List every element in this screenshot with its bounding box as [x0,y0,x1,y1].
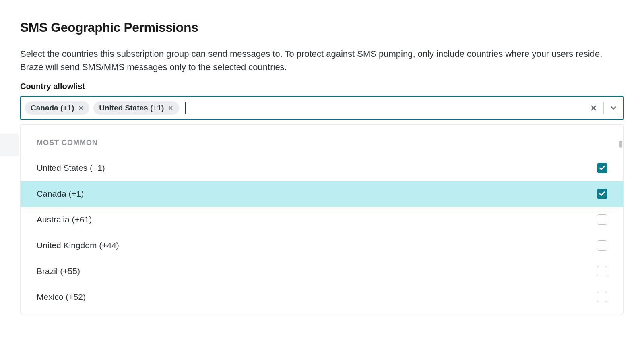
selected-chips-container: Canada (+1) United States (+1) [25,101,590,115]
page-title: SMS Geographic Permissions [20,20,624,35]
option-label: Mexico (+52) [37,292,86,302]
option-united-kingdom[interactable]: United Kingdom (+44) [21,233,623,258]
dropdown-group-header: MOST COMMON [21,135,623,155]
option-label: Brazil (+55) [37,266,80,276]
checkbox-checked-icon[interactable] [597,163,607,173]
text-cursor [185,102,186,114]
description-text: Select the countries this subscription g… [20,47,624,74]
checkbox-unchecked-icon[interactable] [597,266,607,276]
checkbox-unchecked-icon[interactable] [597,240,607,251]
action-divider [603,102,604,114]
country-dropdown: MOST COMMON United States (+1) Canada (+… [20,124,624,314]
chevron-down-icon[interactable] [609,104,619,112]
chip-label: Canada (+1) [31,104,74,112]
option-label: United States (+1) [37,163,105,173]
option-mexico[interactable]: Mexico (+52) [21,284,623,310]
clear-all-icon[interactable] [590,104,598,112]
chip-united-states[interactable]: United States (+1) [93,101,179,115]
option-label: Australia (+61) [37,215,92,224]
scrollbar-thumb[interactable] [619,141,622,148]
option-brazil[interactable]: Brazil (+55) [21,258,623,284]
option-canada[interactable]: Canada (+1) [21,181,623,207]
chip-remove-icon[interactable] [168,105,173,111]
option-label: United Kingdom (+44) [37,241,119,250]
checkbox-checked-icon[interactable] [597,189,607,199]
country-multiselect[interactable]: Canada (+1) United States (+1) [20,96,624,120]
option-australia[interactable]: Australia (+61) [21,207,623,233]
allowlist-label: Country allowlist [20,82,624,91]
checkbox-unchecked-icon[interactable] [597,292,607,302]
chip-remove-icon[interactable] [78,105,84,111]
option-united-states[interactable]: United States (+1) [21,155,623,181]
option-label: Canada (+1) [37,189,84,199]
left-edge-tab [0,134,19,156]
chip-label: United States (+1) [99,104,164,112]
checkbox-unchecked-icon[interactable] [597,214,607,225]
select-actions [590,102,619,114]
chip-canada[interactable]: Canada (+1) [25,101,89,115]
